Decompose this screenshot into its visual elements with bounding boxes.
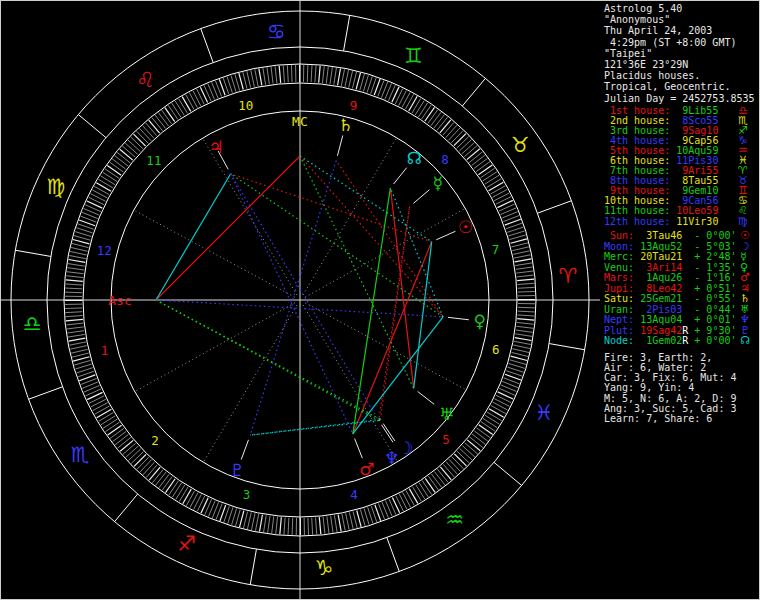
planet-sun-icon: ☉ xyxy=(458,217,473,237)
planet-pointers xyxy=(218,135,469,459)
planet-node-icon: ☊ xyxy=(407,148,422,168)
sign-virgo-icon: ♍ xyxy=(47,175,66,199)
crosshair-axes xyxy=(0,0,600,600)
sign-gemini-icon: ♊ xyxy=(404,44,423,68)
sign-sagittarius-icon: ♐ xyxy=(177,532,196,556)
aspect-mc-uranus xyxy=(300,156,414,388)
house-number-4: 4 xyxy=(350,487,358,502)
aspect-asc-moon xyxy=(156,300,380,419)
text-line: 121°36E 23°29N xyxy=(604,59,755,70)
house-number-1: 1 xyxy=(101,343,109,358)
text-line: Learn: 7, Share: 6 xyxy=(604,414,736,424)
planet-label: Nept: xyxy=(604,314,634,325)
house-number-12: 12 xyxy=(97,243,112,258)
sign-taurus-icon: ♉ xyxy=(511,133,530,157)
aspect-node-mars xyxy=(353,188,391,434)
planet-latitude-value: + 0°00' xyxy=(688,335,736,346)
planet-glyphs: ☉☽☿♀♂♃♄♅♆♇☊ xyxy=(209,115,486,480)
text-line: "Anonymous" xyxy=(604,14,755,25)
planet-neptune-icon: ♆ xyxy=(384,448,399,468)
house-number-10: 10 xyxy=(238,98,253,113)
text-line: 4:29pm (ST +8:00 GMT) xyxy=(604,37,755,48)
planet-latitude-value: - 1°35' xyxy=(688,262,736,273)
asc-label: Asc xyxy=(108,293,131,308)
planet-moon-icon: ☽ xyxy=(398,438,413,458)
aspect-jupiter-neptune xyxy=(231,174,379,421)
house-cusp-value: 11Vir30 xyxy=(670,216,718,227)
sign-capricorn-icon: ♑ xyxy=(314,556,333,580)
planet-venus-icon: ♀ xyxy=(474,311,486,331)
house-number-8: 8 xyxy=(441,152,449,167)
planet-position-value: 3Tau46 xyxy=(634,230,682,241)
zodiac-sign-icon-12: ♍ xyxy=(738,216,748,227)
planet-latitude-value: - 1°16' xyxy=(688,272,736,283)
sign-libra-icon: ♎ xyxy=(23,312,42,336)
sign-pisces-icon: ♓ xyxy=(535,401,554,425)
planet-position-value: 13Aqu52 xyxy=(634,241,682,252)
aspect-mc-venus xyxy=(300,156,443,317)
house-number-3: 3 xyxy=(243,487,251,502)
planet-position-value: 8Leo42 xyxy=(634,283,682,294)
house-number-7: 7 xyxy=(492,242,500,257)
aspect-venus-saturn xyxy=(336,161,443,317)
aspect-neptune-pluto xyxy=(250,421,379,436)
planet-icon: ☊ xyxy=(740,335,750,346)
planet-position-value: 1Gem02 xyxy=(634,335,682,346)
aspect-asc-neptune xyxy=(156,300,379,421)
text-line: Thu April 24, 2003 xyxy=(604,25,755,36)
aspect-venus-jupiter xyxy=(231,174,443,317)
planet-position-list: Sun: 3Tau46 - 0°00'☉Moon: 13Aqu52 - 5°03… xyxy=(604,231,736,347)
aspect-mc-sun xyxy=(300,156,432,242)
text-line: Tropical, Geocentric. xyxy=(604,81,755,92)
planet-uranus-icon: ♅ xyxy=(439,404,454,424)
planet-label: Merc: xyxy=(604,251,634,262)
planet-latitude-value: + 0°01' xyxy=(688,314,736,325)
planet-label: Node: xyxy=(604,335,634,346)
planet-position-value: 2Pis03 xyxy=(634,304,682,315)
aspect-saturn-pluto xyxy=(250,161,336,435)
planet-label: Mars: xyxy=(604,272,634,283)
text-line: Julian Day = 2452753.8535 xyxy=(604,93,755,104)
natal-chart-wheel: ♈♉♊♋♌♍♎♏♐♑♒♓123456789101112☉☽☿♀♂♃♄♅♆♇☊As… xyxy=(0,0,600,600)
planet-latitude-value: - 5°03' xyxy=(688,241,736,252)
planet-label: Venu: xyxy=(604,262,634,273)
planet-mars-icon: ♂ xyxy=(359,459,374,479)
planet-label: Uran: xyxy=(604,304,634,315)
planet-position-value: 3Ari14 xyxy=(634,262,682,273)
text-line: Astrolog 5.40 xyxy=(604,3,755,14)
aspect-uranus-node xyxy=(390,188,413,388)
house-cusp-list: 1st house: 9Lib55♎ 2nd house: 8Sco55♏ 3r… xyxy=(604,106,718,227)
house-number-11: 11 xyxy=(146,153,161,168)
house-number-2: 2 xyxy=(151,433,159,448)
sign-leo-icon: ♌ xyxy=(136,68,155,92)
planet-label: Moon: xyxy=(604,241,634,252)
planet-mercury-icon: ☿ xyxy=(433,173,443,193)
planet-latitude-value: + 0°51' xyxy=(688,283,736,294)
planet-position-value: 13Aqu04 xyxy=(634,314,682,325)
mc-label: MC xyxy=(292,114,308,129)
house-row: 12th house: 11Vir30♍ xyxy=(604,217,718,227)
planet-position-value: 25Gem21 xyxy=(634,293,682,304)
planet-latitude-value: + 2°48' xyxy=(688,251,736,262)
planet-row: Node: 1Gem02R + 0°00'☊ xyxy=(604,336,736,347)
sign-aquarius-icon: ♒ xyxy=(445,508,464,532)
planet-position-value: 19Sag42 xyxy=(634,325,682,336)
sign-scorpio-icon: ♏ xyxy=(70,443,89,467)
planet-latitude-value: - 0°44' xyxy=(688,304,736,315)
aspect-sun-jupiter xyxy=(231,174,432,242)
house-label: 12th house: xyxy=(604,216,670,227)
chart-info-header: Astrolog 5.40"Anonymous"Thu April 24, 20… xyxy=(604,3,755,104)
planet-label: Sun: xyxy=(604,230,634,241)
planet-pluto-icon: ♇ xyxy=(230,460,245,480)
house-number-5: 5 xyxy=(442,432,450,447)
planet-position-value: 1Aqu26 xyxy=(634,272,682,283)
planet-label: Jupi: xyxy=(604,283,634,294)
astrolog-window: ♈♉♊♋♌♍♎♏♐♑♒♓123456789101112☉☽☿♀♂♃♄♅♆♇☊As… xyxy=(0,0,760,600)
house-number-6: 6 xyxy=(492,342,500,357)
planet-label: Satu: xyxy=(604,293,634,304)
chart-summary: Fire: 3, Earth: 2,Air : 6, Water: 2Car: … xyxy=(604,353,736,424)
house-number-9: 9 xyxy=(350,98,358,113)
text-line: "Taipei" xyxy=(604,48,755,59)
sign-aries-icon: ♈ xyxy=(559,264,578,288)
text-line: Placidus houses. xyxy=(604,70,755,81)
